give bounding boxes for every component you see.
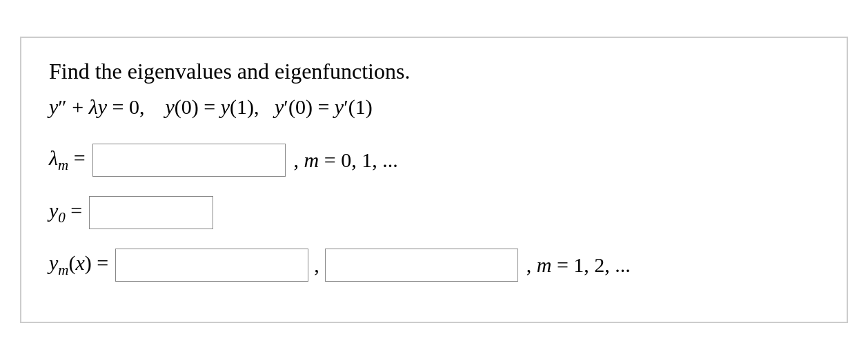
- lambda-input[interactable]: [92, 144, 286, 177]
- equation-display: y″ + λy = 0, y(0) = y(1), y′(0) = y′(1): [49, 95, 819, 119]
- lambda-suffix: , m = 0, 1, ...: [294, 148, 398, 172]
- ym-input-1[interactable]: [115, 249, 308, 282]
- lambda-label: λm =: [49, 146, 86, 174]
- ym-row: ym(x) = , , m = 1, 2, ...: [49, 249, 819, 282]
- ym-suffix: , m = 1, 2, ...: [526, 253, 631, 277]
- lambda-row: λm = , m = 0, 1, ...: [49, 144, 819, 177]
- ym-input-2[interactable]: [325, 249, 518, 282]
- ym-comma: ,: [314, 253, 319, 277]
- y0-input[interactable]: [89, 196, 213, 229]
- y0-row: y0 =: [49, 196, 819, 229]
- ym-label: ym(x) =: [49, 251, 108, 279]
- main-container: Find the eigenvalues and eigenfunctions.…: [20, 37, 848, 323]
- problem-title: Find the eigenvalues and eigenfunctions.: [49, 59, 819, 84]
- y0-label: y0 =: [49, 199, 82, 226]
